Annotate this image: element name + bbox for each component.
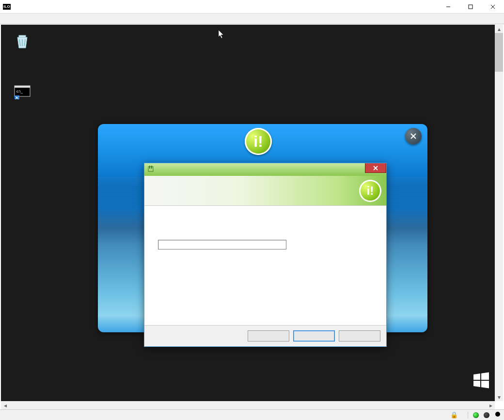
dialog-header: i! (144, 176, 386, 206)
recycle-bin-icon (13, 31, 32, 50)
app-titlebar: iLO (0, 0, 504, 14)
separator (468, 412, 468, 419)
scroll-down-icon[interactable]: ▾ (495, 393, 503, 401)
svg-rect-1 (469, 5, 472, 9)
dialog-titlebar[interactable] (144, 163, 386, 176)
svg-rect-13 (151, 166, 152, 169)
maximize-button[interactable] (459, 0, 482, 14)
menubar (0, 14, 504, 24)
scroll-left-icon[interactable]: ◂ (1, 401, 9, 409)
brand-close-button[interactable] (405, 128, 422, 144)
svg-point-16: l>;; /;;urfnungbaserp orscannot rainnach… (495, 412, 500, 417)
ilo-icon: iLO (3, 4, 11, 10)
remote-viewport-wrap: c:\_ i! (1, 25, 503, 409)
svg-rect-11 (148, 167, 153, 171)
svg-rect-6 (15, 86, 30, 88)
back-button[interactable] (248, 330, 289, 342)
scroll-thumb[interactable] (495, 33, 503, 72)
cursor-icon (218, 30, 225, 41)
windows-watermark (472, 372, 495, 389)
statusbar: 🔒 l>;; /;;urfnungbaserp orscannot rainna… (0, 409, 504, 420)
scroll-up-icon[interactable]: ▴ (495, 25, 503, 33)
cmd-icon: c:\_ (13, 82, 32, 101)
serial-input[interactable] (158, 240, 286, 249)
horizontal-scrollbar[interactable]: ◂ ▸ (1, 401, 495, 409)
svg-text:c:\_: c:\_ (16, 89, 23, 93)
next-button[interactable] (293, 330, 335, 342)
desktop-icon-recycle-bin[interactable] (4, 31, 41, 52)
svg-rect-12 (149, 166, 150, 169)
svg-rect-4 (19, 35, 26, 37)
dialog-close-button[interactable] (365, 163, 386, 173)
installer-icon (147, 166, 154, 174)
power-icon[interactable]: l>;; /;;urfnungbaserp orscannot rainnach… (494, 411, 501, 419)
vertical-scrollbar[interactable]: ▴ ▾ (495, 25, 503, 401)
brand-badge-icon: i! (245, 128, 272, 155)
installer-dialog: i! (144, 163, 387, 347)
status-led-2 (484, 412, 489, 418)
remote-desktop[interactable]: c:\_ i! (1, 25, 495, 401)
lock-icon: 🔒 (450, 411, 458, 419)
brand-title: i! (98, 128, 427, 155)
desktop-icon-cmd[interactable]: c:\_ (4, 82, 41, 103)
status-led-1 (473, 412, 479, 418)
dialog-body (144, 206, 386, 325)
dialog-message (158, 217, 373, 231)
scroll-right-icon[interactable]: ▸ (487, 401, 495, 409)
dialog-header-badge-icon: i! (359, 180, 381, 202)
dialog-footer (144, 325, 386, 346)
cancel-button[interactable] (339, 330, 380, 342)
minimize-button[interactable] (437, 0, 459, 14)
close-button[interactable] (482, 0, 504, 14)
